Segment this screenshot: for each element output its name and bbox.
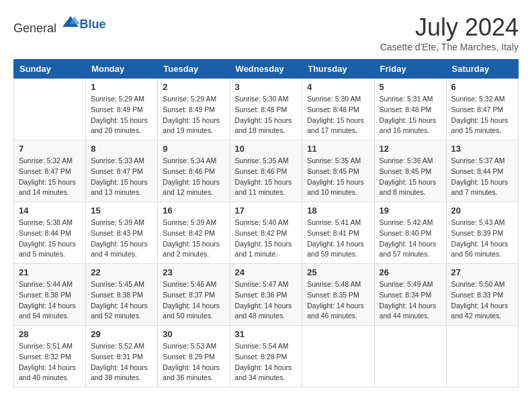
empty-cell <box>446 326 518 387</box>
day-cell-15: 15Sunrise: 5:39 AM Sunset: 8:43 PM Dayli… <box>86 202 158 264</box>
day-cell-2: 2Sunrise: 5:29 AM Sunset: 8:49 PM Daylig… <box>158 79 230 140</box>
week-row-1: 1Sunrise: 5:29 AM Sunset: 8:49 PM Daylig… <box>14 79 519 140</box>
day-cell-26: 26Sunrise: 5:49 AM Sunset: 8:34 PM Dayli… <box>374 264 446 326</box>
day-cell-7: 7Sunrise: 5:32 AM Sunset: 8:47 PM Daylig… <box>14 140 86 202</box>
day-number: 22 <box>91 267 152 277</box>
day-number: 12 <box>380 144 441 154</box>
day-info: Sunrise: 5:48 AM Sunset: 8:35 PM Dayligh… <box>307 279 369 322</box>
logo-blue: Blue <box>80 17 106 31</box>
day-info: Sunrise: 5:54 AM Sunset: 8:28 PM Dayligh… <box>235 341 298 383</box>
day-number: 7 <box>19 144 81 154</box>
day-cell-29: 29Sunrise: 5:52 AM Sunset: 8:31 PM Dayli… <box>86 326 158 387</box>
day-cell-12: 12Sunrise: 5:36 AM Sunset: 8:45 PM Dayli… <box>374 140 446 202</box>
day-number: 14 <box>19 205 81 216</box>
day-info: Sunrise: 5:31 AM Sunset: 8:48 PM Dayligh… <box>380 94 441 136</box>
day-cell-19: 19Sunrise: 5:42 AM Sunset: 8:40 PM Dayli… <box>374 202 446 264</box>
day-cell-27: 27Sunrise: 5:50 AM Sunset: 8:33 PM Dayli… <box>446 264 518 326</box>
day-info: Sunrise: 5:36 AM Sunset: 8:45 PM Dayligh… <box>380 156 441 198</box>
day-number: 4 <box>307 82 369 92</box>
day-number: 19 <box>380 205 441 216</box>
day-number: 29 <box>91 329 152 339</box>
day-number: 26 <box>380 267 441 277</box>
day-info: Sunrise: 5:39 AM Sunset: 8:43 PM Dayligh… <box>91 218 152 260</box>
empty-cell <box>302 326 374 387</box>
header: General Blue July 2024 Casette d'Ete, Th… <box>13 13 519 52</box>
day-cell-18: 18Sunrise: 5:41 AM Sunset: 8:41 PM Dayli… <box>302 202 374 264</box>
day-number: 27 <box>451 267 513 277</box>
day-info: Sunrise: 5:33 AM Sunset: 8:47 PM Dayligh… <box>91 156 152 198</box>
day-cell-14: 14Sunrise: 5:38 AM Sunset: 8:44 PM Dayli… <box>14 202 86 264</box>
day-info: Sunrise: 5:39 AM Sunset: 8:42 PM Dayligh… <box>163 218 224 260</box>
day-number: 11 <box>307 144 369 154</box>
day-cell-4: 4Sunrise: 5:30 AM Sunset: 8:48 PM Daylig… <box>302 79 374 140</box>
day-info: Sunrise: 5:30 AM Sunset: 8:48 PM Dayligh… <box>235 94 298 136</box>
weekday-header-thursday: Thursday <box>302 60 374 79</box>
day-info: Sunrise: 5:42 AM Sunset: 8:40 PM Dayligh… <box>380 218 441 260</box>
logo-icon <box>61 13 80 32</box>
day-number: 18 <box>307 205 369 216</box>
day-cell-24: 24Sunrise: 5:47 AM Sunset: 8:36 PM Dayli… <box>230 264 302 326</box>
empty-cell <box>374 326 446 387</box>
day-number: 2 <box>163 82 224 92</box>
day-info: Sunrise: 5:29 AM Sunset: 8:49 PM Dayligh… <box>91 94 152 136</box>
day-cell-9: 9Sunrise: 5:34 AM Sunset: 8:46 PM Daylig… <box>158 140 230 202</box>
day-info: Sunrise: 5:38 AM Sunset: 8:44 PM Dayligh… <box>19 218 81 260</box>
day-cell-1: 1Sunrise: 5:29 AM Sunset: 8:49 PM Daylig… <box>86 79 158 140</box>
day-info: Sunrise: 5:44 AM Sunset: 8:38 PM Dayligh… <box>19 279 81 322</box>
day-cell-30: 30Sunrise: 5:53 AM Sunset: 8:29 PM Dayli… <box>158 326 230 387</box>
day-info: Sunrise: 5:37 AM Sunset: 8:44 PM Dayligh… <box>451 156 513 198</box>
day-info: Sunrise: 5:50 AM Sunset: 8:33 PM Dayligh… <box>451 279 513 322</box>
logo: General Blue <box>13 13 106 36</box>
day-info: Sunrise: 5:52 AM Sunset: 8:31 PM Dayligh… <box>91 341 152 383</box>
location-title: Casette d'Ete, The Marches, Italy <box>380 42 519 52</box>
day-info: Sunrise: 5:49 AM Sunset: 8:34 PM Dayligh… <box>380 279 441 322</box>
day-info: Sunrise: 5:32 AM Sunset: 8:47 PM Dayligh… <box>19 156 81 198</box>
empty-cell <box>14 79 86 140</box>
day-cell-22: 22Sunrise: 5:45 AM Sunset: 8:38 PM Dayli… <box>86 264 158 326</box>
day-cell-23: 23Sunrise: 5:46 AM Sunset: 8:37 PM Dayli… <box>158 264 230 326</box>
day-cell-3: 3Sunrise: 5:30 AM Sunset: 8:48 PM Daylig… <box>230 79 302 140</box>
day-number: 25 <box>307 267 369 277</box>
day-cell-25: 25Sunrise: 5:48 AM Sunset: 8:35 PM Dayli… <box>302 264 374 326</box>
day-number: 10 <box>235 144 298 154</box>
day-info: Sunrise: 5:35 AM Sunset: 8:45 PM Dayligh… <box>307 156 369 198</box>
day-number: 5 <box>380 82 441 92</box>
week-row-4: 21Sunrise: 5:44 AM Sunset: 8:38 PM Dayli… <box>14 264 519 326</box>
day-info: Sunrise: 5:29 AM Sunset: 8:49 PM Dayligh… <box>163 94 224 136</box>
day-number: 24 <box>235 267 298 277</box>
day-number: 31 <box>235 329 298 339</box>
day-cell-10: 10Sunrise: 5:35 AM Sunset: 8:46 PM Dayli… <box>230 140 302 202</box>
week-row-3: 14Sunrise: 5:38 AM Sunset: 8:44 PM Dayli… <box>14 202 519 264</box>
day-number: 13 <box>451 144 513 154</box>
day-number: 1 <box>91 82 152 92</box>
day-info: Sunrise: 5:32 AM Sunset: 8:47 PM Dayligh… <box>451 94 513 136</box>
calendar: SundayMondayTuesdayWednesdayThursdayFrid… <box>13 59 519 387</box>
logo-general: General <box>13 21 56 35</box>
day-info: Sunrise: 5:34 AM Sunset: 8:46 PM Dayligh… <box>163 156 224 198</box>
day-cell-13: 13Sunrise: 5:37 AM Sunset: 8:44 PM Dayli… <box>446 140 518 202</box>
day-info: Sunrise: 5:53 AM Sunset: 8:29 PM Dayligh… <box>163 341 224 383</box>
day-cell-6: 6Sunrise: 5:32 AM Sunset: 8:47 PM Daylig… <box>446 79 518 140</box>
day-info: Sunrise: 5:30 AM Sunset: 8:48 PM Dayligh… <box>307 94 369 136</box>
day-info: Sunrise: 5:43 AM Sunset: 8:39 PM Dayligh… <box>451 218 513 260</box>
day-number: 20 <box>451 205 513 216</box>
day-info: Sunrise: 5:41 AM Sunset: 8:41 PM Dayligh… <box>307 218 369 260</box>
day-cell-31: 31Sunrise: 5:54 AM Sunset: 8:28 PM Dayli… <box>230 326 302 387</box>
day-cell-8: 8Sunrise: 5:33 AM Sunset: 8:47 PM Daylig… <box>86 140 158 202</box>
day-number: 15 <box>91 205 152 216</box>
day-number: 6 <box>451 82 513 92</box>
day-number: 23 <box>163 267 224 277</box>
day-number: 28 <box>19 329 81 339</box>
week-row-5: 28Sunrise: 5:51 AM Sunset: 8:32 PM Dayli… <box>14 326 519 387</box>
day-number: 9 <box>163 144 224 154</box>
weekday-header-wednesday: Wednesday <box>230 60 302 79</box>
weekday-header-saturday: Saturday <box>446 60 518 79</box>
day-number: 8 <box>91 144 152 154</box>
day-cell-16: 16Sunrise: 5:39 AM Sunset: 8:42 PM Dayli… <box>158 202 230 264</box>
day-number: 21 <box>19 267 81 277</box>
day-cell-5: 5Sunrise: 5:31 AM Sunset: 8:48 PM Daylig… <box>374 79 446 140</box>
day-number: 3 <box>235 82 298 92</box>
weekday-header-friday: Friday <box>374 60 446 79</box>
day-number: 17 <box>235 205 298 216</box>
day-cell-20: 20Sunrise: 5:43 AM Sunset: 8:39 PM Dayli… <box>446 202 518 264</box>
